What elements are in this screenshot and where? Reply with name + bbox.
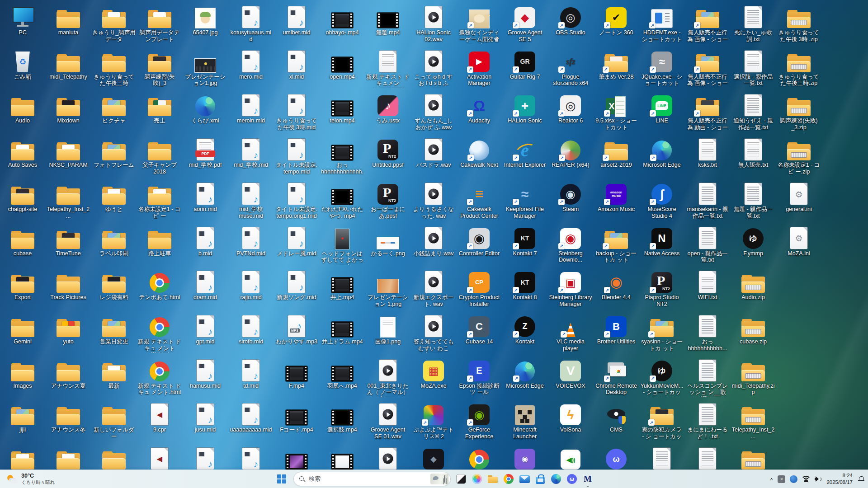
desktop-icon[interactable]: PNT2Untitled.ppsf: [366, 137, 410, 169]
desktop-icon[interactable]: ▣Steinberg Library Manager: [549, 269, 592, 308]
desktop-icon[interactable]: 無人販売不正行為 画像 - ショートカット: [686, 49, 729, 88]
desktop-icon[interactable]: こってゅh d すお f d s b ふぁ.wav: [412, 49, 455, 88]
desktop-icon[interactable]: プレゼンテーション 1.png: [366, 269, 410, 308]
desktop-icon[interactable]: 父子キャンプ2018: [138, 137, 181, 175]
desktop-icon[interactable]: 営業日変更: [92, 314, 136, 345]
desktop-icon[interactable]: NNative Access: [640, 225, 684, 257]
desktop-icon[interactable]: CMS: [594, 402, 638, 433]
desktop-icon[interactable]: ♪sirofo.mid: [229, 314, 273, 345]
desktop-icon[interactable]: 新規 テキスト ドキュ メント (2).html: [138, 314, 181, 353]
desktop-icon[interactable]: KTKontakt 7: [503, 225, 547, 257]
desktop-icon[interactable]: ≈Keepforest File Manager: [503, 181, 547, 220]
desktop-icon[interactable]: ◉Blender 4.4: [594, 269, 638, 301]
desktop-icon[interactable]: おっ hhhhhhhhhhh...: [686, 314, 729, 352]
desktop-icon[interactable]: ♪うみ.ustx: [366, 93, 410, 124]
desktop-icon[interactable]: ピクチャ: [92, 93, 136, 124]
desktop-icon[interactable]: 画像1.png: [366, 314, 410, 345]
desktop-icon[interactable]: 無人販売不正行為 動画 - ショートカット: [686, 93, 729, 132]
desktop-icon[interactable]: chatgpt-site: [1, 181, 44, 213]
desktop-icon[interactable]: Export: [1, 269, 44, 301]
desktop-icon[interactable]: Fコード.mp4: [275, 402, 318, 433]
desktop-icon[interactable]: 最新: [92, 358, 136, 389]
desktop-icon[interactable]: [686, 446, 729, 471]
taskbar-app-mail[interactable]: [519, 474, 530, 484]
desktop-icon[interactable]: [366, 446, 410, 471]
desktop-icon[interactable]: ♪aorin.mid: [184, 181, 227, 213]
desktop-icon[interactable]: LINELINE: [640, 93, 684, 124]
desktop-icon[interactable]: ヘッドフォンはずしてて よかっt.mp4: [321, 225, 364, 265]
desktop-icon[interactable]: ♪PVTNd.mid: [229, 225, 273, 257]
desktop-icon[interactable]: Mixdown: [47, 93, 90, 124]
desktop-icon[interactable]: ◆Groove Agent SE 5: [503, 5, 547, 43]
desktop-icon[interactable]: ♪b.mid: [184, 225, 227, 257]
desktop-icon[interactable]: ♪mid_学校 muse.mid: [229, 181, 273, 220]
desktop-icon[interactable]: ♪dram.mid: [184, 269, 227, 301]
desktop-icon[interactable]: 無題 - 親作品一 覧.txt: [731, 181, 775, 220]
desktop-icon[interactable]: midi_Telepathy: [47, 49, 90, 80]
desktop-icon[interactable]: Minecraft Launcher: [503, 402, 547, 440]
search-box[interactable]: 検索: [293, 472, 451, 486]
desktop-icon[interactable]: CCubase 14: [458, 314, 501, 345]
desktop-icon[interactable]: だれだFXいれたやつ. mp4: [321, 181, 364, 220]
desktop-icon[interactable]: +HALion Sonic: [503, 93, 547, 124]
desktop-icon[interactable]: NKSC_PARAM: [47, 137, 90, 169]
desktop-icon[interactable]: REAPER (x64): [549, 137, 592, 169]
desktop-icon[interactable]: きゅうり_調声用データ: [92, 5, 136, 43]
desktop-icon[interactable]: ◉Controller Editor: [458, 225, 501, 257]
desktop-icon[interactable]: Telepathy_Inst_2...: [47, 181, 90, 220]
desktop-icon[interactable]: midi_Telepathy.zip: [731, 358, 775, 396]
tray-app-x-icon[interactable]: ×: [778, 475, 785, 483]
desktop-icon[interactable]: KTKontakt 8: [503, 269, 547, 301]
desktop-icon[interactable]: PC: [1, 5, 44, 36]
desktop-icon[interactable]: 選択肢.mp4: [321, 402, 364, 433]
desktop-icon[interactable]: ♪umibet.mid: [275, 5, 318, 36]
desktop-icon[interactable]: cubase: [1, 225, 44, 257]
desktop-icon[interactable]: ▦MoZA.exe: [412, 358, 455, 389]
desktop-icon[interactable]: ♪gpt.mid: [184, 314, 227, 345]
desktop-icon[interactable]: アナウンス冬: [47, 402, 90, 433]
desktop-icon[interactable]: ♪mid_学校.mid: [229, 137, 273, 169]
desktop-icon[interactable]: おっ hhhhhhhhhhhhh...: [321, 137, 364, 176]
desktop-icon[interactable]: 名称未設定1 - コピ ー.zip: [777, 137, 821, 175]
desktop-icon[interactable]: VLC media player: [549, 314, 592, 352]
desktop-icon[interactable]: ♪MP3わかりやす.mp3: [275, 314, 318, 345]
volume-icon[interactable]: [815, 476, 822, 482]
desktop-icon[interactable]: ◎OBS Studio: [549, 5, 592, 36]
desktop-icon[interactable]: ゆF.ymmp: [731, 225, 775, 257]
desktop-icon[interactable]: [1, 446, 44, 471]
desktop-icon[interactable]: Gemini: [1, 314, 44, 345]
desktop-icon[interactable]: Groove Agent SE 01.wav: [366, 402, 410, 440]
desktop-icon[interactable]: 選択肢 - 親作品一覧.txt: [731, 49, 775, 87]
desktop-icon[interactable]: バスドラ.wav: [412, 137, 455, 169]
desktop-icon[interactable]: ゆYukkuriMovieM... - ショートカット: [640, 358, 684, 397]
taskbar-app-m-app[interactable]: M: [582, 474, 593, 484]
desktop-icon[interactable]: Microsoft Edge: [503, 358, 547, 389]
tray-app-blue-icon[interactable]: [790, 475, 797, 483]
desktop-icon[interactable]: ◀9.cpr: [138, 402, 181, 433]
desktop-icon[interactable]: 死にたい_ゅ歌詞.txt: [731, 5, 775, 43]
desktop-icon[interactable]: Audio.zip: [731, 269, 775, 301]
desktop-icon[interactable]: ♪新規ソング.mid: [275, 269, 318, 301]
desktop-icon[interactable]: VVOICEVOX: [549, 358, 592, 389]
desktop-icon[interactable]: 新しいフォルダー: [92, 402, 136, 440]
desktop-icon[interactable]: ♪: [184, 446, 227, 471]
desktop-icon[interactable]: ◉Steam: [549, 181, 592, 213]
taskbar-app-widget-split-app[interactable]: [456, 474, 467, 484]
desktop-icon[interactable]: きゅうり食ってた午後 3時 .zip: [777, 5, 821, 43]
clock[interactable]: 8:24 2025/08/17: [826, 472, 853, 486]
desktop-icon[interactable]: 新規エクスポート. wav: [412, 269, 455, 308]
desktop-icon[interactable]: ♪メドレー風.mid: [275, 225, 318, 257]
desktop-icon[interactable]: ヘルスコンプレッショ ン__歌詞.txt: [686, 358, 729, 397]
desktop-icon[interactable]: アナウンス夏: [47, 358, 90, 389]
desktop-icon[interactable]: jijii: [1, 402, 44, 433]
desktop-icon[interactable]: テンポあて.html: [138, 269, 181, 301]
desktop-icon[interactable]: [321, 446, 364, 471]
desktop-icon[interactable]: PNT2おーばーまにあ.ppsf: [366, 181, 410, 220]
desktop-icon[interactable]: Telepathy_Inst_2...: [731, 402, 775, 440]
desktop-icon[interactable]: ♪meroin.mid: [229, 93, 273, 124]
desktop-icon[interactable]: 調声練習(失敗)_3: [138, 49, 181, 87]
desktop-icon[interactable]: フォトフレーム: [92, 137, 136, 169]
desktop-icon[interactable]: [92, 446, 136, 471]
desktop-icon[interactable]: ⚙MoZA.ini: [777, 225, 821, 257]
desktop-icon[interactable]: 新規 テキスト ドキュ メント.html: [138, 358, 181, 396]
